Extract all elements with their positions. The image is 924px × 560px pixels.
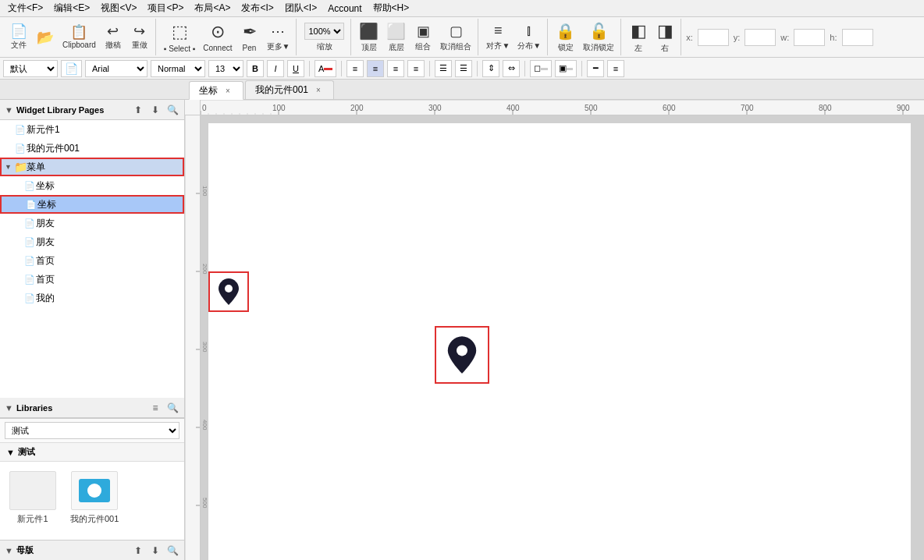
font-color-button[interactable]: A: [315, 60, 336, 77]
h-input[interactable]: [842, 29, 873, 46]
align-center-button[interactable]: ≡: [367, 60, 384, 77]
menu-layout[interactable]: 布局<A>: [190, 0, 235, 16]
justify-button[interactable]: ≡: [407, 60, 425, 77]
svg-text:0: 0: [202, 104, 207, 112]
tree-label-wodeyuanjian: 我的元件001: [27, 142, 80, 155]
master-collapse-icon[interactable]: ▼: [5, 546, 13, 555]
tree-item-shouye2[interactable]: 📄 首页: [0, 270, 184, 289]
tree-item-zuobiao-1[interactable]: 📄 坐标: [0, 176, 184, 195]
bottom-layer-icon: ⬜: [386, 22, 406, 41]
new-page-button[interactable]: 📄: [61, 60, 82, 77]
left-panel: ▼ Widget Library Pages ⬆ ⬇ 🔍 📄 新元件1 📄 我的…: [0, 100, 185, 560]
libraries-menu-button[interactable]: ≡: [148, 401, 162, 415]
bottom-layer-button[interactable]: ⬜ 底层: [383, 20, 409, 55]
tab-zuobiao-close[interactable]: ×: [222, 85, 233, 96]
widget-pin-small[interactable]: [208, 271, 249, 312]
tree-item-zuobiao-selected[interactable]: 📄 坐标: [0, 195, 184, 214]
select-button[interactable]: ⬚ ▪ Select ▪: [161, 20, 198, 55]
undo-label: 撤稿: [105, 40, 121, 51]
master-title: 母版: [16, 544, 128, 556]
tree-item-wodeyuanjian[interactable]: 📄 我的元件001: [0, 139, 184, 158]
numbered-list-button[interactable]: ☰: [455, 60, 472, 77]
map-pin-icon-large: [446, 335, 478, 375]
tree-label-zuobiao1: 坐标: [36, 179, 55, 193]
zoom-select[interactable]: 100% 50% 200%: [304, 23, 344, 40]
menu-project[interactable]: 项目<P>: [143, 0, 188, 16]
lib-item-xinyuanjian1[interactable]: 新元件1: [6, 468, 59, 533]
pages-search-button[interactable]: 🔍: [165, 103, 179, 117]
menu-view[interactable]: 视图<V>: [96, 0, 141, 16]
libs-collapse-icon[interactable]: ▼: [5, 403, 13, 413]
default-font-select[interactable]: 默认: [3, 60, 58, 77]
bullet-list-button[interactable]: ☰: [435, 60, 452, 77]
divider-6: [581, 61, 582, 76]
y-input[interactable]: [745, 29, 776, 46]
bold-button[interactable]: B: [247, 60, 264, 77]
new-button[interactable]: 📄 文件: [6, 20, 31, 55]
clipboard-button[interactable]: 📋 Clipboard: [59, 20, 99, 55]
tab-wodeyuanjian001-close[interactable]: ×: [313, 85, 324, 96]
redo-label: 重做: [132, 40, 147, 51]
underline-button[interactable]: U: [287, 60, 304, 77]
line-spacing-button[interactable]: ⇕: [482, 60, 499, 77]
left-position-button[interactable]: ◧ 左: [626, 20, 651, 55]
font-style-select[interactable]: Normal: [151, 60, 205, 77]
group-button[interactable]: ▣ 组合: [410, 20, 435, 55]
align-button[interactable]: ≡ 对齐▼: [483, 20, 513, 55]
menu-help[interactable]: 帮助<H>: [368, 0, 414, 16]
border-color-button[interactable]: ▣: [555, 60, 577, 77]
tree-item-pengyou2[interactable]: 📄 朋友: [0, 232, 184, 251]
italic-button[interactable]: I: [267, 60, 284, 77]
menu-edit[interactable]: 编辑<E>: [49, 0, 94, 16]
vruler-label-400: 400: [201, 420, 208, 430]
menu-team[interactable]: 团队<I>: [280, 0, 322, 16]
undo-button[interactable]: ↩ 撤稿: [101, 20, 126, 55]
page-icon-3: 📄: [23, 179, 36, 192]
align-right-button[interactable]: ≡: [387, 60, 404, 77]
font-family-select[interactable]: Arial: [85, 60, 147, 77]
tree-item-wo[interactable]: 📄 我的: [0, 289, 184, 307]
menu-account[interactable]: Account: [323, 2, 366, 16]
tab-wodeyuanjian001[interactable]: 我的元件001 ×: [245, 80, 334, 99]
connect-button[interactable]: ⊙ Connect: [200, 20, 235, 55]
open-button[interactable]: 📂: [33, 20, 58, 55]
page-icon-9: 📄: [23, 292, 36, 304]
tree-item-xinyuanjian1[interactable]: 📄 新元件1: [0, 120, 184, 139]
x-input[interactable]: [698, 29, 729, 46]
distribute-button[interactable]: ⫿ 分布▼: [514, 20, 544, 55]
tab-zuobiao[interactable]: 坐标 ×: [189, 81, 243, 100]
more-button[interactable]: ⋯ 更多▼: [264, 20, 293, 55]
align-left-button[interactable]: ≡: [346, 60, 364, 77]
lock-button[interactable]: 🔒 锁定: [553, 20, 578, 55]
canvas-content[interactable]: 100 200 300 400 500: [201, 115, 924, 560]
widget-pin-large[interactable]: [435, 326, 489, 384]
border-width-button[interactable]: ≡: [607, 60, 624, 77]
master-import-button[interactable]: ⬇: [148, 544, 162, 558]
pages-export-button[interactable]: ⬆: [131, 103, 145, 117]
lib-item-wodeyuanjian001[interactable]: 我的元件001: [67, 468, 122, 533]
master-export-button[interactable]: ⬆: [131, 544, 145, 558]
tree-item-shouye1[interactable]: 📄 首页: [0, 251, 184, 270]
pen-button[interactable]: ✒ Pen: [237, 20, 262, 55]
menu-publish[interactable]: 发布<I>: [236, 0, 278, 16]
tree-item-caidan[interactable]: ▼ 📁 菜单: [0, 158, 184, 176]
tree-item-pengyou1[interactable]: 📄 朋友: [0, 214, 184, 232]
ungroup-button[interactable]: ▢ 取消组合: [437, 20, 474, 55]
redo-button[interactable]: ↪ 重做: [127, 20, 152, 55]
top-layer-button[interactable]: ⬛ 顶层: [356, 20, 382, 55]
menu-file[interactable]: 文件<F>: [3, 0, 48, 16]
libraries-search-button[interactable]: 🔍: [165, 401, 179, 415]
zoom-button[interactable]: 100% 50% 200% 缩放: [301, 20, 347, 55]
w-input[interactable]: [794, 29, 825, 46]
pages-import-button[interactable]: ⬇: [148, 103, 162, 117]
col-spacing-button[interactable]: ⇔: [503, 60, 520, 77]
tree-label-xinyuanjian1: 新元件1: [27, 123, 60, 136]
right-position-button[interactable]: ◨ 右: [652, 20, 677, 55]
font-size-select[interactable]: 13: [208, 60, 243, 77]
pages-collapse-icon[interactable]: ▼: [5, 105, 13, 115]
border-style-button[interactable]: ━: [587, 60, 604, 77]
master-search-button[interactable]: 🔍: [165, 544, 179, 558]
library-dropdown[interactable]: 测试: [5, 422, 179, 439]
unlock-button[interactable]: 🔓 取消锁定: [580, 20, 617, 55]
fill-color-button[interactable]: ◻: [530, 60, 552, 77]
